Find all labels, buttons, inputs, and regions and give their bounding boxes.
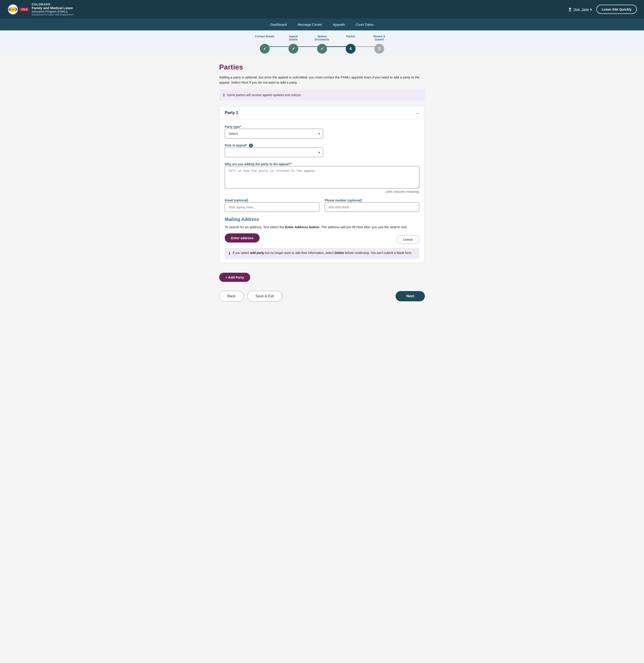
footer-left-buttons: Back Save & Exit (219, 291, 282, 301)
footer-navigation: Back Save & Exit Next (219, 291, 425, 301)
party-type-select[interactable]: Select Individual Employer (225, 129, 323, 138)
role-in-appeal-label: Role in appeal* i (225, 143, 253, 147)
why-adding-field-group: Why are you adding the party to the appe… (225, 162, 419, 193)
enter-address-button[interactable]: Enter address (225, 233, 260, 243)
page-description: Adding a party is optional, but once the… (219, 75, 425, 85)
party-1-card: Party 1 ⌄ Party type* Select Individual … (219, 106, 425, 263)
step-3-label: UploadDocuments (315, 35, 329, 42)
email-phone-row: Email (optional) Phone number (optional) (225, 198, 419, 217)
party-1-header[interactable]: Party 1 ⌄ (219, 106, 425, 119)
page-title: Parties (219, 63, 425, 71)
mailing-address-section: Mailing Address To search for an address… (225, 217, 419, 243)
warn-icon: ℹ (229, 251, 230, 256)
chevron-down-icon: ▾ (590, 7, 592, 12)
nav-appeals[interactable]: Appeals (333, 19, 345, 30)
mailing-address-desc: To search for an address, first select t… (225, 225, 419, 230)
role-in-appeal-field-group: Role in appeal* i ▾ (225, 143, 419, 157)
step-1-circle: ✓ (260, 44, 270, 54)
main-nav: Dashboard Message Center Appeals Court D… (0, 19, 644, 30)
step-5-label: Review &Submit (373, 35, 385, 42)
add-party-button[interactable]: + Add Party (219, 273, 250, 282)
nav-message-center[interactable]: Message Center (297, 19, 322, 30)
step-1-label: Contact Details (255, 35, 274, 42)
nav-court-dates[interactable]: Court Dates (356, 19, 374, 30)
steps-container: Contact Details ✓ AppealDetails ✓ Upload… (250, 35, 394, 54)
logo-area: CO CDLE COLORADO Family and Medical Leav… (7, 3, 73, 16)
progress-bar: Contact Details ✓ AppealDetails ✓ Upload… (0, 30, 644, 56)
role-select[interactable] (225, 147, 323, 157)
step-parties: Parties 4 (336, 35, 365, 54)
why-adding-label: Why are you adding the party to the appe… (225, 162, 292, 166)
notice-text: Some parties will receive appeal updates… (227, 93, 302, 97)
step-5-circle: 5 (374, 44, 384, 54)
role-select-wrapper: ▾ (225, 147, 323, 157)
delete-party-button[interactable]: Delete (397, 235, 419, 244)
agency-name: COLORADO (32, 3, 73, 6)
svg-text:CO: CO (12, 8, 15, 11)
add-party-warning: ℹ If you select add party but no longer … (225, 248, 419, 259)
program-name: Family and Medical Leave (32, 6, 73, 10)
step-appeal-details: AppealDetails ✓ (279, 35, 308, 54)
user-icon (568, 7, 572, 12)
party-type-label: Party type* (225, 125, 241, 129)
required-marker: * (240, 125, 241, 129)
email-label: Email (optional) (225, 199, 248, 202)
email-input[interactable] (225, 202, 319, 212)
dept-name: Department of Labor and Employment (32, 13, 73, 16)
next-button[interactable]: Next (396, 291, 425, 301)
phone-label: Phone number (optional) (325, 199, 362, 202)
nav-dashboard[interactable]: Dashboard (270, 19, 287, 30)
appeal-updates-notice: ℹ Some parties will receive appeal updat… (219, 89, 425, 100)
colorado-logo: CO CDLE (7, 4, 29, 15)
site-header: CO CDLE COLORADO Family and Medical Leav… (0, 0, 644, 19)
main-content: Parties Adding a party is optional, but … (210, 56, 434, 315)
why-adding-textarea[interactable] (225, 166, 419, 188)
role-required-marker: * (246, 143, 247, 147)
info-icon: ℹ (223, 93, 225, 97)
party-type-field-group: Party type* Select Individual Employer ▾ (225, 125, 419, 138)
warn-text: If you select add party but no longer wa… (232, 251, 412, 255)
cdle-badge: CDLE (20, 7, 29, 11)
party-1-collapse-icon: ⌄ (416, 110, 419, 115)
step-review-submit: Review &Submit 5 (365, 35, 394, 54)
phone-input[interactable] (325, 202, 419, 212)
save-exit-button[interactable]: Save & Exit (247, 291, 283, 301)
party-1-title: Party 1 (225, 110, 238, 115)
header-right: Doe, Jane ▾ Leave Site Quickly (568, 5, 637, 14)
step-3-circle: ✓ (317, 44, 327, 54)
colorado-seal-icon: CO (7, 4, 19, 15)
mailing-address-title: Mailing Address (225, 217, 419, 222)
party-type-select-wrapper: Select Individual Employer ▾ (225, 129, 323, 138)
party-1-body: Party type* Select Individual Employer ▾… (219, 119, 425, 262)
why-required-marker: * (291, 162, 292, 166)
step-2-circle: ✓ (288, 44, 298, 54)
step-upload-documents: UploadDocuments ✓ (308, 35, 336, 54)
role-info-icon[interactable]: i (249, 143, 253, 147)
char-count: (1000 characters remaining) (225, 190, 419, 193)
step-4-label: Parties (346, 35, 355, 42)
svg-point-4 (569, 8, 571, 9)
user-name: Doe, Jane (574, 7, 589, 11)
leave-site-button[interactable]: Leave Site Quickly (596, 5, 637, 14)
phone-field-group: Phone number (optional) (325, 198, 419, 212)
back-button[interactable]: Back (219, 291, 244, 301)
user-menu[interactable]: Doe, Jane ▾ (568, 7, 592, 12)
step-2-label: AppealDetails (289, 35, 298, 42)
step-4-circle: 4 (346, 44, 356, 54)
program-sub: Insurance Program (FAMLI) (32, 10, 73, 13)
program-text: COLORADO Family and Medical Leave Insura… (32, 3, 73, 16)
email-field-group: Email (optional) (225, 198, 319, 212)
step-contact-details: Contact Details ✓ (250, 35, 279, 54)
